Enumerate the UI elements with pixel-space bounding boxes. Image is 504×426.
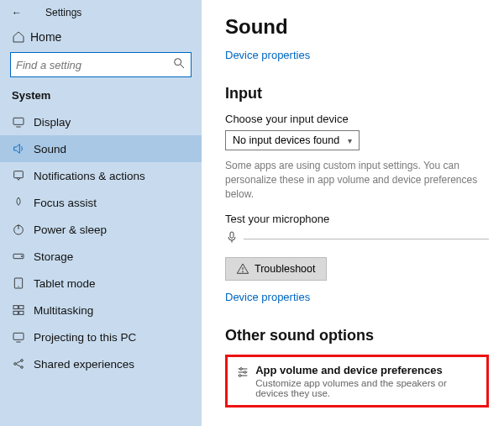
nav-tablet-mode[interactable]: Tablet mode [0, 270, 202, 297]
svg-rect-14 [19, 311, 24, 314]
chevron-down-icon: ▾ [348, 136, 352, 145]
troubleshoot-label: Troubleshoot [255, 263, 316, 275]
dropdown-value: No input devices found [233, 134, 339, 146]
focus-icon [12, 196, 34, 209]
nav-label: Notifications & actions [34, 170, 145, 182]
svg-rect-21 [230, 232, 234, 238]
svg-point-0 [175, 59, 181, 66]
sliders-icon [236, 364, 255, 382]
nav-label: Shared experiences [34, 358, 134, 371]
nav-projecting[interactable]: Projecting to this PC [0, 323, 202, 350]
svg-line-20 [16, 365, 20, 367]
input-description: Some apps are using custom input setting… [225, 159, 486, 201]
other-sound-heading: Other sound options [225, 327, 489, 344]
nav-storage[interactable]: Storage [0, 243, 202, 270]
window-title: Settings [45, 7, 81, 18]
warning-icon [236, 262, 249, 276]
svg-point-8 [21, 255, 22, 256]
section-header-system: System [0, 89, 202, 108]
input-heading: Input [225, 85, 489, 103]
input-device-dropdown[interactable]: No input devices found ▾ [225, 130, 360, 150]
power-icon [12, 223, 34, 236]
choose-input-label: Choose your input device [225, 113, 489, 125]
search-input[interactable] [10, 52, 192, 77]
svg-point-28 [240, 368, 243, 371]
display-icon [12, 115, 34, 129]
nav-label: Projecting to this PC [34, 331, 136, 344]
nav-label: Power & sleep [34, 224, 107, 236]
svg-point-16 [14, 363, 17, 366]
nav-label: Display [34, 116, 71, 129]
svg-point-18 [21, 366, 24, 369]
nav-home-label: Home [30, 30, 61, 44]
nav-shared-experiences[interactable]: Shared experiences [0, 350, 202, 377]
tablet-icon [12, 276, 34, 290]
page-title: Sound [225, 15, 489, 39]
svg-rect-4 [14, 171, 24, 178]
search-icon [172, 56, 186, 73]
troubleshoot-button[interactable]: Troubleshoot [225, 257, 327, 281]
nav-power-sleep[interactable]: Power & sleep [0, 216, 202, 243]
home-icon [12, 30, 30, 44]
search-field[interactable] [16, 59, 172, 71]
svg-rect-12 [19, 306, 24, 309]
sound-icon [12, 142, 34, 155]
nav-label: Multitasking [34, 304, 93, 317]
device-properties-link[interactable]: Device properties [225, 49, 310, 61]
notifications-icon [12, 169, 34, 182]
svg-point-29 [244, 371, 246, 374]
nav-label: Storage [34, 250, 73, 263]
svg-rect-2 [13, 118, 24, 124]
svg-rect-15 [13, 333, 24, 339]
svg-rect-13 [13, 311, 18, 314]
svg-line-19 [16, 361, 20, 364]
app-volume-subtitle: Customize app volumes and the speakers o… [255, 378, 478, 398]
app-volume-title: App volume and device preferences [255, 364, 478, 376]
device-properties-link-2[interactable]: Device properties [225, 291, 310, 303]
projecting-icon [12, 330, 34, 344]
svg-point-24 [243, 271, 244, 272]
nav-label: Tablet mode [34, 277, 96, 290]
svg-point-17 [21, 360, 24, 362]
mic-level-bar [244, 239, 489, 239]
storage-icon [12, 250, 34, 263]
svg-line-1 [181, 65, 184, 68]
nav-label: Focus assist [34, 197, 97, 209]
nav-display[interactable]: Display [0, 108, 202, 135]
nav-sound[interactable]: Sound [0, 135, 202, 162]
svg-rect-11 [13, 306, 18, 309]
shared-icon [12, 357, 34, 371]
svg-point-30 [239, 375, 241, 377]
nav-home[interactable]: Home [0, 25, 202, 52]
nav-label: Sound [34, 143, 66, 155]
test-mic-label: Test your microphone [225, 213, 489, 225]
nav-focus-assist[interactable]: Focus assist [0, 189, 202, 216]
microphone-icon [225, 230, 244, 247]
nav-multitasking[interactable]: Multitasking [0, 297, 202, 323]
nav-notifications[interactable]: Notifications & actions [0, 162, 202, 189]
app-volume-preferences[interactable]: App volume and device preferences Custom… [225, 355, 489, 408]
multitasking-icon [12, 303, 34, 317]
back-button[interactable]: ← [12, 7, 27, 18]
